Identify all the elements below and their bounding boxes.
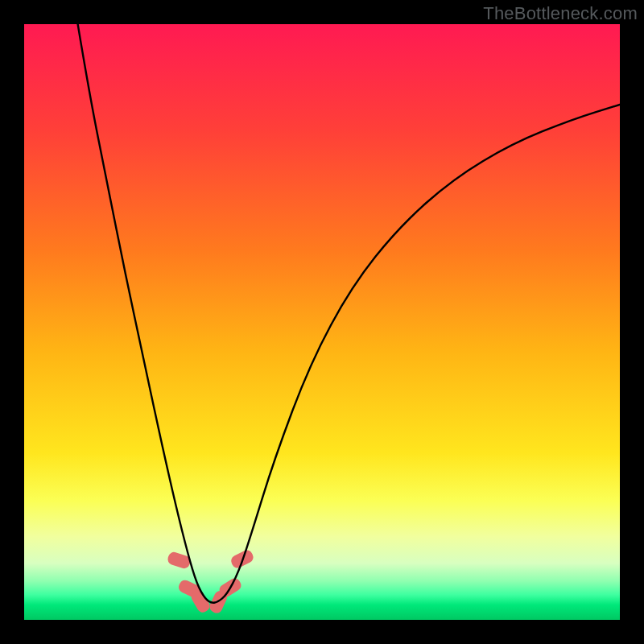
watermark-text: TheBottleneck.com — [483, 3, 638, 24]
gradient-background — [24, 24, 620, 620]
chart-frame — [24, 24, 620, 620]
bottleneck-chart — [24, 24, 620, 620]
